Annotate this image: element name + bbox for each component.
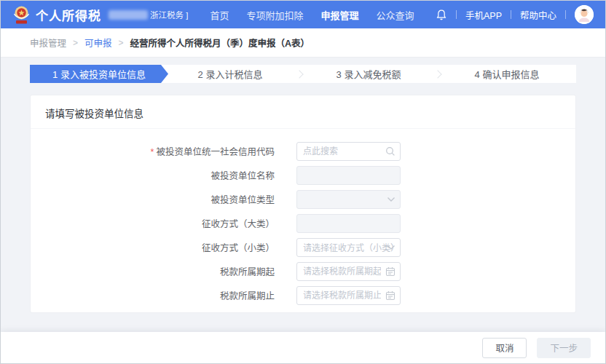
form-row-collection-method-major: 征收方式（大类） xyxy=(31,211,575,235)
invested-unit-name-field xyxy=(296,166,401,185)
cancel-button[interactable]: 取消 xyxy=(482,338,527,358)
form-row-collection-method-minor: 征收方式（小类） 请选择征收方式（小类） xyxy=(31,235,575,259)
redacted-region xyxy=(109,10,148,20)
tax-emblem-icon xyxy=(12,5,31,25)
tax-period-end-input[interactable] xyxy=(296,286,401,305)
nav-item-declaration-management[interactable]: 申报管理 xyxy=(320,8,358,22)
nav-item-special-deduction[interactable]: 专项附加扣除 xyxy=(246,8,303,22)
header-divider xyxy=(511,10,511,19)
field-label: 税款所属期止 xyxy=(31,288,275,302)
user-avatar[interactable] xyxy=(575,5,594,24)
breadcrumb-declaration-management[interactable]: 申报管理 xyxy=(30,36,66,50)
form-row-unit-type: 被投资单位类型 xyxy=(31,187,575,211)
breadcrumb: 申报管理 > 可申报 > 经营所得个人所得税月（季）度申报（A表） xyxy=(1,28,605,58)
invested-unit-type-select xyxy=(296,190,401,209)
breadcrumb-declarable[interactable]: 可申报 xyxy=(84,36,112,50)
step-wizard: 1 录入被投资单位信息 2 录入计税信息 3 录入减免税额 4 确认申报信息 xyxy=(30,65,576,83)
field-label: 征收方式（小类） xyxy=(31,240,275,254)
form-panel: 请填写被投资单位信息 *被投资单位统一社会信用代码 被投资单位名称 xyxy=(30,95,576,313)
header-divider xyxy=(565,10,566,19)
breadcrumb-separator: > xyxy=(119,38,124,48)
app-title: 个人所得税 xyxy=(36,6,101,24)
brand: 个人所得税 浙江税务 ] xyxy=(12,5,188,25)
step-label: 1 录入被投资单位信息 xyxy=(52,67,146,81)
field-label: *被投资单位统一社会信用代码 xyxy=(31,144,275,158)
select-placeholder: 请选择征收方式（小类） xyxy=(303,241,399,253)
header-right: 手机APP 帮助中心 xyxy=(436,5,594,24)
field-label: 被投资单位类型 xyxy=(31,192,275,206)
header-divider xyxy=(456,10,457,19)
field-label: 征收方式（大类） xyxy=(31,216,275,230)
next-step-button[interactable]: 下一步 xyxy=(537,338,591,358)
help-center-link[interactable]: 帮助中心 xyxy=(520,8,556,22)
form-row-credit-code: *被投资单位统一社会信用代码 xyxy=(31,139,575,163)
nav-item-public-inquiry[interactable]: 公众查询 xyxy=(376,8,414,22)
bell-icon[interactable] xyxy=(436,9,447,21)
breadcrumb-separator: > xyxy=(73,38,78,48)
collection-method-minor-select[interactable]: 请选择征收方式（小类） xyxy=(296,238,401,257)
step-label: 2 录入计税信息 xyxy=(198,67,263,81)
step-4-confirm-declaration: 4 确认申报信息 xyxy=(438,65,576,83)
credit-code-search-input[interactable] xyxy=(296,142,401,161)
content-area: 1 录入被投资单位信息 2 录入计税信息 3 录入减免税额 4 确认申报信息 请… xyxy=(1,58,605,332)
form-row-tax-period-start: 税款所属期起 xyxy=(31,259,575,283)
tax-period-start-input[interactable] xyxy=(296,262,401,281)
app-window: 个人所得税 浙江税务 ] 首页 专项附加扣除 申报管理 公众查询 手机APP 帮… xyxy=(0,0,606,364)
nav-item-home[interactable]: 首页 xyxy=(210,8,229,22)
mobile-app-link[interactable]: 手机APP xyxy=(465,8,502,22)
region-label: 浙江税务 ] xyxy=(150,9,188,20)
step-3-tax-reduction: 3 录入减免税额 xyxy=(299,65,438,83)
main-nav: 首页 专项附加扣除 申报管理 公众查询 xyxy=(210,8,414,22)
breadcrumb-current-page: 经营所得个人所得税月（季）度申报（A表） xyxy=(130,36,310,50)
top-header: 个人所得税 浙江税务 ] 首页 专项附加扣除 申报管理 公众查询 手机APP 帮… xyxy=(1,1,605,28)
form-row-unit-name: 被投资单位名称 xyxy=(31,163,575,187)
field-label: 税款所属期起 xyxy=(31,264,275,278)
collection-method-major-field xyxy=(296,214,401,233)
step-2-tax-calc-info: 2 录入计税信息 xyxy=(161,65,299,83)
field-label: 被投资单位名称 xyxy=(31,168,275,182)
footer-action-bar: 取消 下一步 xyxy=(1,332,605,363)
invested-unit-form: *被投资单位统一社会信用代码 被投资单位名称 xyxy=(31,129,575,307)
form-row-tax-period-end: 税款所属期止 xyxy=(31,283,575,307)
step-label: 3 录入减免税额 xyxy=(337,67,401,81)
step-label: 4 确认申报信息 xyxy=(475,67,540,81)
required-asterisk: * xyxy=(151,147,154,157)
panel-title: 请填写被投资单位信息 xyxy=(31,95,575,129)
step-1-invested-unit-info: 1 录入被投资单位信息 xyxy=(30,65,168,83)
